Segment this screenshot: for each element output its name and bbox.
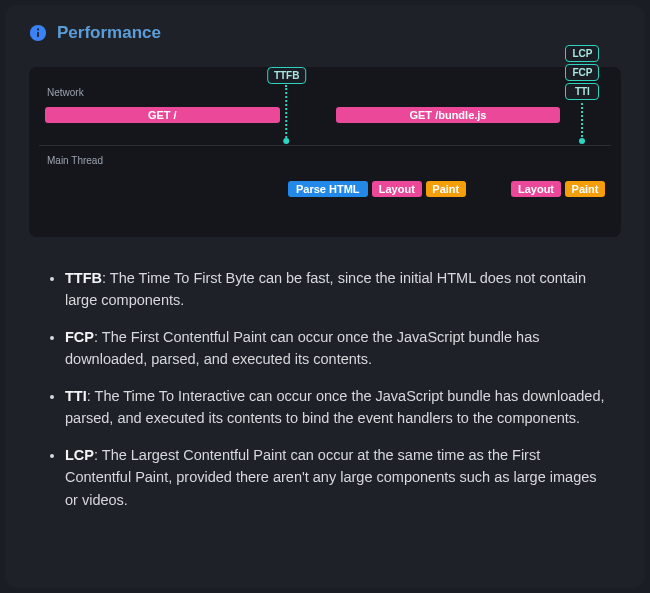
card-title: Performance (57, 23, 161, 43)
marker-dot (284, 138, 290, 144)
list-item: FCP: The First Contentful Paint can occu… (65, 326, 605, 371)
metric-text: : The First Contentful Paint can occur o… (65, 329, 539, 367)
marker-stack: LCP FCP TTI (565, 45, 599, 102)
list-item: TTFB: The Time To First Byte can be fast… (65, 267, 605, 312)
marker-label-lcp: LCP (565, 45, 599, 62)
svg-point-2 (37, 28, 39, 30)
timeline-diagram: TTFB LCP FCP TTI Network GET / GET /bund… (29, 67, 621, 237)
bar-layout-1: Layout (372, 181, 422, 197)
marker-label-fcp: FCP (565, 64, 599, 81)
list-item: TTI: The Time To Interactive can occur o… (65, 385, 605, 430)
marker-ttfb: TTFB (267, 67, 307, 86)
metric-term: FCP (65, 329, 94, 345)
marker-label-tti: TTI (565, 83, 599, 100)
row-label-main-thread: Main Thread (47, 155, 103, 166)
bar-layout-2: Layout (511, 181, 561, 197)
metric-term: TTI (65, 388, 87, 404)
bar-get-root: GET / (45, 107, 280, 123)
marker-label: TTFB (267, 67, 307, 84)
bar-paint-2: Paint (565, 181, 605, 197)
bar-paint-1: Paint (426, 181, 466, 197)
bar-parse-html: Parse HTML (288, 181, 368, 197)
metric-text: : The Time To First Byte can be fast, si… (65, 270, 586, 308)
bar-get-bundle: GET /bundle.js (336, 107, 559, 123)
metric-term: LCP (65, 447, 94, 463)
metric-term: TTFB (65, 270, 102, 286)
marker-dot (579, 138, 585, 144)
metric-text: : The Largest Contentful Paint can occur… (65, 447, 597, 508)
marker-line (286, 85, 288, 141)
metrics-list: TTFB: The Time To First Byte can be fast… (29, 267, 621, 511)
info-icon (29, 24, 47, 42)
list-item: LCP: The Largest Contentful Paint can oc… (65, 444, 605, 511)
row-divider (39, 145, 611, 146)
row-label-network: Network (47, 87, 84, 98)
marker-line (581, 103, 583, 141)
svg-rect-1 (37, 32, 39, 37)
performance-card: Performance TTFB LCP FCP TTI Network GET… (5, 5, 645, 588)
card-header: Performance (29, 23, 621, 43)
metric-text: : The Time To Interactive can occur once… (65, 388, 605, 426)
